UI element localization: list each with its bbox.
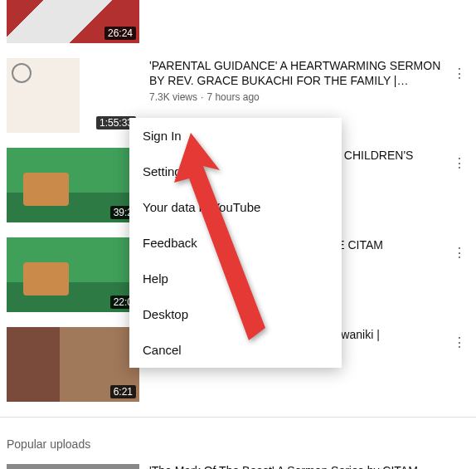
- menu-help[interactable]: Help: [129, 261, 342, 296]
- menu-desktop[interactable]: Desktop: [129, 296, 342, 332]
- duration-badge: 26:24: [104, 27, 136, 40]
- video-thumbnail[interactable]: 39:2: [7, 148, 139, 222]
- menu-your-data[interactable]: Your data in YouTube: [129, 189, 342, 225]
- video-thumbnail[interactable]: 22:0: [7, 237, 139, 312]
- video-title: 'The Mark Of The Beast' A Sermon Series …: [149, 464, 469, 469]
- menu-sign-in[interactable]: Sign In: [129, 118, 342, 154]
- section-title: Popular uploads: [0, 424, 476, 457]
- more-icon[interactable]: ⋮: [449, 332, 469, 352]
- video-thumbnail[interactable]: 26:24: [7, 0, 139, 43]
- more-icon[interactable]: ⋮: [449, 242, 469, 262]
- divider: [0, 417, 476, 418]
- more-icon[interactable]: ⋮: [449, 63, 469, 83]
- menu-cancel[interactable]: Cancel: [129, 332, 342, 368]
- video-stats: 7.3K views·7 hours ago: [149, 91, 446, 103]
- video-title: 'PARENTAL GUIDANCE' A HEARTWARMING SERMO…: [149, 58, 446, 88]
- video-thumbnail[interactable]: 6:21: [7, 327, 139, 402]
- video-meta: SHIRIKU EPISODE 8 | CITAM Church Online …: [149, 0, 469, 43]
- video-item[interactable]: 26:24 SHIRIKU EPISODE 8 | CITAM Church O…: [7, 0, 469, 43]
- duration-badge: 6:21: [110, 385, 136, 398]
- menu-settings[interactable]: Settings: [129, 154, 342, 189]
- video-item[interactable]: 'The Mark Of The Beast' A Sermon Series …: [0, 457, 476, 469]
- video-thumbnail[interactable]: 1:55:33: [7, 58, 139, 133]
- video-age: 7 hours ago: [206, 91, 259, 103]
- menu-feedback[interactable]: Feedback: [129, 225, 342, 261]
- video-thumbnail[interactable]: [7, 464, 139, 469]
- more-icon[interactable]: ⋮: [449, 153, 469, 173]
- video-views: 7.3K views: [149, 91, 197, 103]
- account-menu: Sign In Settings Your data in YouTube Fe…: [129, 118, 342, 368]
